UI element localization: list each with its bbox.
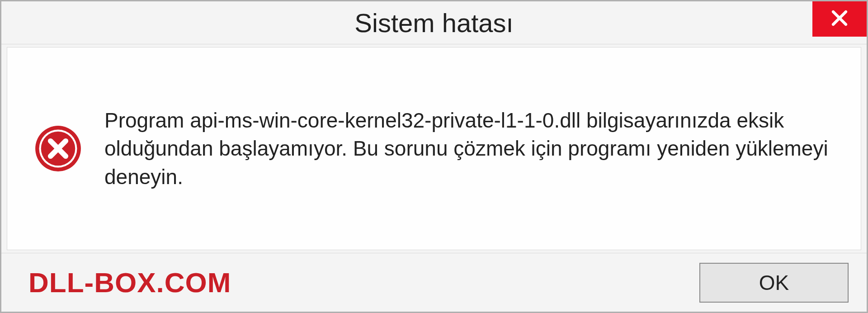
watermark-text: DLL-BOX.COM xyxy=(28,266,231,299)
dialog-title: Sistem hatası xyxy=(354,8,513,38)
ok-button[interactable]: OK xyxy=(699,263,849,303)
dialog-footer: DLL-BOX.COM OK xyxy=(1,253,867,312)
titlebar: Sistem hatası xyxy=(1,1,867,44)
content-area: Program api-ms-win-core-kernel32-private… xyxy=(7,47,861,250)
error-message: Program api-ms-win-core-kernel32-private… xyxy=(104,106,834,190)
close-button[interactable] xyxy=(812,1,867,37)
error-dialog: Sistem hatası Program api-ms-win-core-ke… xyxy=(0,0,868,313)
error-icon xyxy=(34,125,82,172)
close-icon xyxy=(830,9,849,29)
